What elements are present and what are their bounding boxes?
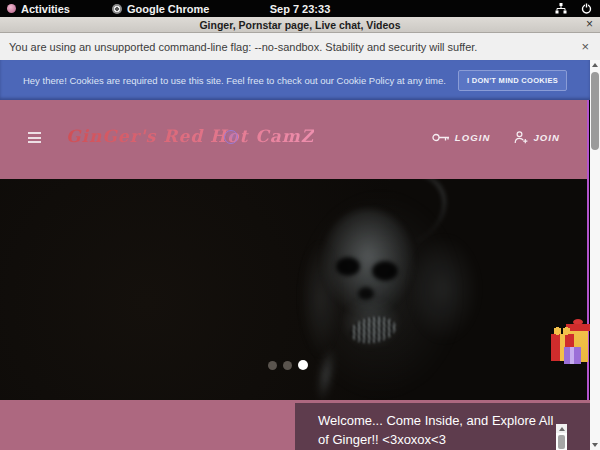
join-label: JOIN <box>533 132 560 143</box>
login-button[interactable]: LOGIN <box>432 132 491 143</box>
smoke-skull-eye-left <box>336 257 360 276</box>
header-actions: LOGIN JOIN <box>432 131 560 144</box>
infobar-close-icon[interactable]: × <box>581 39 589 54</box>
scrollbar-down-button[interactable] <box>590 440 600 450</box>
smoke-skull-eye-right <box>372 261 398 281</box>
welcome-message: Welcome... Come Inside, and Explore All … <box>318 411 563 449</box>
menu-hamburger-button[interactable] <box>28 132 41 143</box>
window-title-bar: Ginger, Pornstar page, Live chat, Videos… <box>0 17 600 33</box>
welcome-scrollbar-up-icon[interactable] <box>556 424 567 433</box>
browser-scrollbar[interactable] <box>590 60 600 450</box>
carousel-dots <box>268 360 308 370</box>
desktop-screen: Activities Google Chrome Sep 7 23:33 <box>0 0 600 450</box>
carousel-dot-active[interactable] <box>298 360 308 370</box>
chrome-infobar: You are using an unsupported command-lin… <box>0 33 600 60</box>
carousel-dot[interactable] <box>268 361 277 370</box>
welcome-scrollbar-thumb[interactable] <box>558 435 565 449</box>
site-logo[interactable]: GinGer's Red Hot CamZ <box>66 126 314 146</box>
welcome-scrollbar[interactable] <box>556 424 567 450</box>
person-plus-icon <box>514 131 528 144</box>
smoke-wisp <box>408 234 480 344</box>
scrollbar-thumb[interactable] <box>591 72 599 150</box>
window-title: Ginger, Pornstar page, Live chat, Videos <box>199 19 400 31</box>
network-icon[interactable] <box>555 3 567 14</box>
infobar-message: You are using an unsupported command-lin… <box>9 41 477 53</box>
moon-icon <box>224 130 238 144</box>
cookie-banner: Hey there! Cookies are required to use t… <box>0 60 590 100</box>
gift-purple <box>564 347 581 364</box>
login-label: LOGIN <box>455 132 491 143</box>
clock[interactable]: Sep 7 23:33 <box>0 3 600 15</box>
join-button[interactable]: JOIN <box>514 131 560 144</box>
window-close-button[interactable]: × <box>586 17 593 32</box>
scrollbar-up-button[interactable] <box>590 60 600 70</box>
gnome-top-bar: Activities Google Chrome Sep 7 23:33 <box>0 0 600 17</box>
carousel-dot[interactable] <box>283 361 292 370</box>
key-icon <box>432 132 450 143</box>
cookie-message: Hey there! Cookies are required to use t… <box>23 75 446 86</box>
welcome-box: Welcome... Come Inside, and Explore All … <box>295 403 590 450</box>
cookie-accept-button[interactable]: I DON'T MIND COOKIES <box>458 70 567 91</box>
power-icon[interactable] <box>581 3 592 14</box>
